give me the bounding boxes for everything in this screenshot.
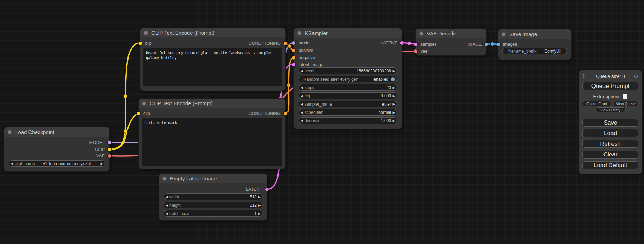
filename-prefix-widget[interactable]: filename_prefix ComfyUI xyxy=(502,48,567,54)
increment-arrow-icon[interactable]: ▶ xyxy=(391,102,397,106)
widget-name: cfg xyxy=(305,93,310,98)
view-history-button[interactable]: View History xyxy=(595,107,626,112)
collapse-dot-icon[interactable] xyxy=(144,31,148,35)
node-title-bar[interactable]: CLIP Text Encode (Prompt) xyxy=(139,99,285,108)
seed-widget[interactable]: ◀ seed 156680208700286 ▶ xyxy=(299,67,397,74)
decrement-arrow-icon[interactable]: ◀ xyxy=(164,204,169,207)
steps-widget[interactable]: ◀ steps 20 ▶ xyxy=(299,84,397,91)
settings-gear-icon[interactable]: ⚙ xyxy=(634,74,638,79)
port-image-output[interactable] xyxy=(485,43,488,46)
toggle-icon[interactable] xyxy=(391,77,395,81)
queue-prompt-button[interactable]: Queue Prompt xyxy=(582,82,638,90)
queue-panel[interactable]: ⠿ Queue size: 0 ⚙ Queue Prompt Extra opt… xyxy=(579,70,642,174)
decrement-arrow-icon[interactable]: ◀ xyxy=(299,86,305,89)
collapse-dot-icon[interactable] xyxy=(419,31,423,36)
denoise-widget[interactable]: ◀ denoise 1.000 ▶ xyxy=(299,117,397,124)
widget-name: Random seed after every gen xyxy=(303,77,358,82)
height-widget[interactable]: ◀ height 512 ▶ xyxy=(164,202,263,208)
sampler-name-widget[interactable]: ◀ sampler_name euler ▶ xyxy=(299,101,397,107)
extra-options-checkbox[interactable] xyxy=(623,94,627,99)
random-seed-widget[interactable]: Random seed after every gen enabled xyxy=(299,76,397,82)
reroute-dot-latent xyxy=(407,42,411,45)
decrement-arrow-icon[interactable]: ◀ xyxy=(9,162,15,165)
collapse-dot-icon[interactable] xyxy=(502,32,506,36)
node-clip-text-encode-positive[interactable]: CLIP Text Encode (Prompt) clip CONDITION… xyxy=(140,28,285,91)
input-label-samples: samples xyxy=(421,42,437,47)
node-title-bar[interactable]: Empty Latent Image xyxy=(159,174,267,183)
increment-arrow-icon[interactable]: ▶ xyxy=(257,204,262,207)
decrement-arrow-icon[interactable]: ◀ xyxy=(164,195,169,199)
scheduler-widget[interactable]: ◀ scheduler normal ▶ xyxy=(299,109,397,116)
port-latent-output[interactable] xyxy=(265,188,269,191)
decrement-arrow-icon[interactable]: ◀ xyxy=(299,69,305,73)
increment-arrow-icon[interactable]: ▶ xyxy=(99,162,105,165)
decrement-arrow-icon[interactable]: ◀ xyxy=(299,102,305,106)
width-widget[interactable]: ◀ width 512 ▶ xyxy=(164,193,263,200)
node-title-bar[interactable]: VAE Decode xyxy=(416,29,486,38)
increment-arrow-icon[interactable]: ▶ xyxy=(391,94,397,98)
prompt-textarea[interactable]: beautiful scenery nature glass bottle la… xyxy=(143,48,282,86)
view-queue-button[interactable]: View Queue xyxy=(613,101,639,106)
refresh-button[interactable]: Refresh xyxy=(582,140,638,148)
port-positive-input[interactable] xyxy=(292,49,295,52)
decrement-arrow-icon[interactable]: ◀ xyxy=(164,212,169,215)
queue-front-button[interactable]: Queue Front xyxy=(582,101,611,106)
port-clip-output[interactable] xyxy=(108,148,111,151)
input-label-positive: positive xyxy=(299,48,313,53)
node-save-image[interactable]: Save Image images filename_prefix ComfyU… xyxy=(498,29,571,60)
node-title: KSampler xyxy=(305,30,328,36)
port-clip-input[interactable] xyxy=(139,42,142,45)
collapse-dot-icon[interactable] xyxy=(162,177,167,181)
port-conditioning-output[interactable] xyxy=(284,112,287,115)
increment-arrow-icon[interactable]: ▶ xyxy=(257,195,262,199)
port-conditioning-output[interactable] xyxy=(284,42,287,45)
node-title-bar[interactable]: Save Image xyxy=(498,29,571,39)
port-latent-output[interactable] xyxy=(400,41,404,45)
node-title-bar[interactable]: KSampler xyxy=(294,28,402,38)
decrement-arrow-icon[interactable]: ◀ xyxy=(299,119,305,123)
collapse-dot-icon[interactable] xyxy=(8,130,12,134)
port-latent-image-input[interactable] xyxy=(292,63,295,66)
port-samples-input[interactable] xyxy=(414,43,417,46)
load-default-button[interactable]: Load Default xyxy=(582,161,638,169)
widget-value: 20 xyxy=(387,85,391,90)
widget-value: enabled xyxy=(373,77,388,82)
collapse-dot-icon[interactable] xyxy=(297,31,301,35)
output-label-latent: LATENT xyxy=(381,40,397,45)
port-model-input[interactable] xyxy=(292,41,295,45)
drag-handle-icon[interactable]: ⠿ xyxy=(583,74,586,79)
reroute-dot-negative xyxy=(287,83,291,87)
port-vae-output[interactable] xyxy=(108,154,111,158)
clear-button[interactable]: Clear xyxy=(582,151,638,159)
ckpt-name-widget[interactable]: ◀ ckpt_name v1-5-pruned-emaonly.ckpt ▶ xyxy=(9,160,105,167)
widget-value: normal xyxy=(378,110,391,115)
collapse-dot-icon[interactable] xyxy=(142,101,146,106)
increment-arrow-icon[interactable]: ▶ xyxy=(391,69,397,73)
node-clip-text-encode-negative[interactable]: CLIP Text Encode (Prompt) clip CONDITION… xyxy=(139,99,285,169)
port-model-output[interactable] xyxy=(108,141,111,144)
save-button[interactable]: Save xyxy=(582,119,638,127)
node-load-checkpoint[interactable]: Load Checkpoint MODEL CLIP VAE ◀ ckpt_na… xyxy=(4,127,109,171)
prompt-textarea[interactable]: text, watermark xyxy=(142,118,282,166)
output-label-conditioning: CONDITIONING xyxy=(249,111,281,116)
batch-size-widget[interactable]: ◀ batch_size 1 ▶ xyxy=(164,210,263,217)
decrement-arrow-icon[interactable]: ◀ xyxy=(299,94,305,98)
decrement-arrow-icon[interactable]: ◀ xyxy=(299,111,305,114)
increment-arrow-icon[interactable]: ▶ xyxy=(391,111,397,114)
node-ksampler[interactable]: KSampler model LATENT positive negative … xyxy=(294,28,402,129)
node-title-bar[interactable]: Load Checkpoint xyxy=(4,127,109,137)
load-button[interactable]: Load xyxy=(582,129,638,137)
node-title-bar[interactable]: CLIP Text Encode (Prompt) xyxy=(140,28,285,37)
increment-arrow-icon[interactable]: ▶ xyxy=(391,86,397,89)
graph-canvas[interactable]: Load Checkpoint MODEL CLIP VAE ◀ ckpt_na… xyxy=(0,0,644,244)
port-vae-input[interactable] xyxy=(414,49,417,53)
increment-arrow-icon[interactable]: ▶ xyxy=(391,119,397,123)
node-empty-latent-image[interactable]: Empty Latent Image LATENT ◀ width 512 ▶ … xyxy=(159,174,267,220)
extra-options-label: Extra options xyxy=(593,94,621,99)
increment-arrow-icon[interactable]: ▶ xyxy=(257,212,262,215)
node-vae-decode[interactable]: VAE Decode samples IMAGE vae xyxy=(416,29,486,55)
port-negative-input[interactable] xyxy=(292,56,295,60)
port-images-input[interactable] xyxy=(496,43,500,46)
port-clip-input[interactable] xyxy=(137,112,140,115)
cfg-widget[interactable]: ◀ cfg 8.000 ▶ xyxy=(299,92,397,99)
